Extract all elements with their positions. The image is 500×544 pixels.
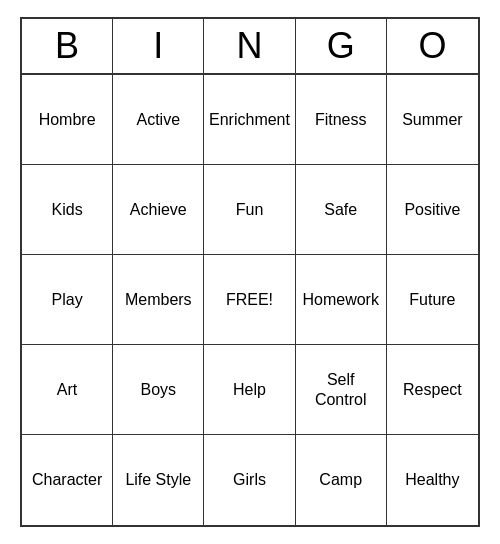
- bingo-cell: Fun: [204, 165, 295, 255]
- bingo-grid: HombreActiveEnrichmentFitnessSummerKidsA…: [22, 75, 478, 525]
- bingo-cell: Enrichment: [204, 75, 295, 165]
- bingo-cell: Healthy: [387, 435, 478, 525]
- bingo-card: BINGO HombreActiveEnrichmentFitnessSumme…: [20, 17, 480, 527]
- bingo-cell: Future: [387, 255, 478, 345]
- bingo-cell: Kids: [22, 165, 113, 255]
- bingo-cell: Boys: [113, 345, 204, 435]
- bingo-cell: Active: [113, 75, 204, 165]
- bingo-cell: Art: [22, 345, 113, 435]
- bingo-cell: Life Style: [113, 435, 204, 525]
- bingo-cell: Positive: [387, 165, 478, 255]
- bingo-cell: Achieve: [113, 165, 204, 255]
- bingo-cell: Play: [22, 255, 113, 345]
- bingo-cell: Respect: [387, 345, 478, 435]
- header-letter: O: [387, 19, 478, 73]
- bingo-cell: Camp: [296, 435, 387, 525]
- bingo-cell: Self Control: [296, 345, 387, 435]
- bingo-header: BINGO: [22, 19, 478, 75]
- bingo-cell: FREE!: [204, 255, 295, 345]
- bingo-cell: Members: [113, 255, 204, 345]
- bingo-cell: Character: [22, 435, 113, 525]
- bingo-cell: Summer: [387, 75, 478, 165]
- bingo-cell: Help: [204, 345, 295, 435]
- bingo-cell: Safe: [296, 165, 387, 255]
- header-letter: I: [113, 19, 204, 73]
- header-letter: N: [204, 19, 295, 73]
- header-letter: G: [296, 19, 387, 73]
- bingo-cell: Girls: [204, 435, 295, 525]
- bingo-cell: Hombre: [22, 75, 113, 165]
- bingo-cell: Fitness: [296, 75, 387, 165]
- header-letter: B: [22, 19, 113, 73]
- bingo-cell: Homework: [296, 255, 387, 345]
